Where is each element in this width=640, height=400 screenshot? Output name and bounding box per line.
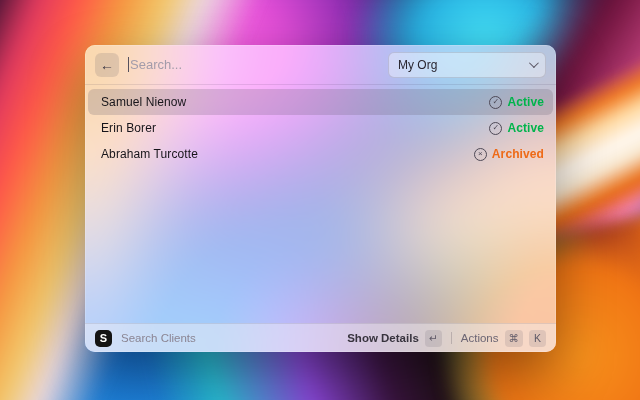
- app-logo-icon: S: [95, 330, 112, 347]
- list-item[interactable]: Abraham Turcotte × Archived: [88, 141, 553, 167]
- status-badge: ✓ Active: [489, 121, 544, 135]
- back-button[interactable]: ←: [95, 53, 119, 77]
- show-details-button[interactable]: Show Details ↵: [347, 330, 442, 347]
- status-label: Archived: [492, 147, 544, 161]
- status-label: Active: [507, 121, 544, 135]
- status-label: Active: [507, 95, 544, 109]
- actions-label: Actions: [461, 332, 499, 344]
- org-dropdown[interactable]: My Org: [388, 52, 546, 78]
- actions-button[interactable]: Actions ⌘ K: [461, 330, 546, 347]
- search-input[interactable]: [130, 57, 379, 72]
- list-item[interactable]: Samuel Nienow ✓ Active: [88, 89, 553, 115]
- check-circle-icon: ✓: [489, 96, 502, 109]
- command-palette-window: ← My Org Samuel Nienow ✓ Active Erin Bor…: [85, 45, 556, 352]
- list-item[interactable]: Erin Borer ✓ Active: [88, 115, 553, 141]
- chevron-down-icon: [529, 58, 539, 68]
- footer-divider: [451, 332, 452, 344]
- org-dropdown-value: My Org: [398, 58, 529, 72]
- status-badge: ✓ Active: [489, 95, 544, 109]
- client-list: Samuel Nienow ✓ Active Erin Borer ✓ Acti…: [85, 85, 556, 323]
- footer-bar: S Search Clients Show Details ↵ Actions …: [85, 323, 556, 352]
- text-caret: [128, 57, 129, 72]
- client-name: Erin Borer: [101, 121, 489, 135]
- client-name: Samuel Nienow: [101, 95, 489, 109]
- arrow-left-icon: ←: [100, 57, 114, 73]
- command-key-icon: ⌘: [505, 330, 524, 347]
- search-field-wrap: [128, 57, 379, 72]
- check-circle-icon: ✓: [489, 122, 502, 135]
- client-name: Abraham Turcotte: [101, 147, 474, 161]
- k-key-icon: K: [529, 330, 546, 347]
- context-label: Search Clients: [121, 332, 338, 344]
- show-details-label: Show Details: [347, 332, 419, 344]
- search-header: ← My Org: [85, 45, 556, 85]
- x-circle-icon: ×: [474, 148, 487, 161]
- status-badge: × Archived: [474, 147, 544, 161]
- return-key-icon: ↵: [425, 330, 442, 347]
